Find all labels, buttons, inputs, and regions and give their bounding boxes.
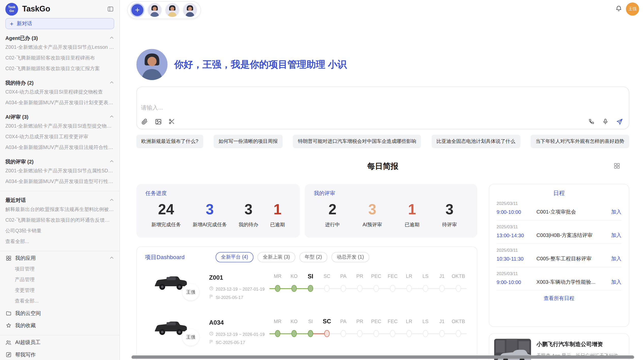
- send-icon[interactable]: [616, 118, 623, 125]
- notification-bell-icon[interactable]: [615, 5, 622, 13]
- quick-avatar[interactable]: [183, 3, 197, 17]
- mic-icon[interactable]: [602, 118, 609, 125]
- milestone-dot[interactable]: [390, 330, 395, 337]
- view-all-chats-link[interactable]: 查看全部...: [5, 236, 114, 247]
- recent-chat-item[interactable]: 公司Q3轻卡销量: [5, 226, 114, 236]
- milestone-dot[interactable]: [324, 285, 330, 292]
- sidebar-item[interactable]: Z001-全新燃油皮卡产品开发项目SI节点Lesson Learn报告: [5, 42, 114, 53]
- milestone-dot[interactable]: [374, 330, 379, 337]
- sidebar-item[interactable]: A034-全新新能源MUV产品开发项目法规符合性评审: [5, 142, 114, 153]
- project-rows: 王强Z0012023-12-19 ~ 2027-01-19SI-2025-05-…: [145, 268, 469, 360]
- sidebar-item-star[interactable]: 我的收藏: [5, 320, 114, 331]
- event-time: 13:00-14:30: [496, 233, 536, 238]
- milestone-dot[interactable]: [406, 285, 412, 292]
- dashboard-filter-chip[interactable]: 全新上装 (3): [257, 252, 295, 262]
- milestone: PEC: [368, 317, 385, 353]
- milestone-dot[interactable]: [308, 330, 313, 337]
- flag-icon: [209, 294, 214, 300]
- chevron-up-icon[interactable]: [109, 197, 114, 204]
- recent-chat-item[interactable]: 解释最新出台的欧盟报废车法规再生塑料比例被调至15%...: [5, 204, 114, 215]
- suggestion-chip[interactable]: 当下年轻人对汽车外观有怎样的喜好趋势: [531, 135, 629, 148]
- app-sub-item[interactable]: 产品管理: [5, 274, 114, 285]
- suggestion-chip[interactable]: 如何写一份清晰的项目周报: [214, 135, 283, 148]
- event-join-link[interactable]: 加入: [611, 255, 621, 262]
- suggestion-chip[interactable]: 欧洲新规最近颁布了什么?: [136, 135, 203, 148]
- milestone-dot[interactable]: [456, 330, 461, 337]
- chevron-up-icon[interactable]: [109, 113, 114, 121]
- quick-avatar[interactable]: [166, 3, 179, 17]
- chevron-up-icon[interactable]: [109, 35, 114, 42]
- milestone-dot[interactable]: [341, 330, 346, 337]
- milestone-dot[interactable]: [275, 285, 280, 292]
- recent-chat-item[interactable]: C02-飞腾新能源轻客改款项目的闭环通告反馈情况: [5, 215, 114, 226]
- milestone-dot[interactable]: [423, 330, 428, 337]
- milestone-dot[interactable]: [308, 285, 313, 292]
- milestone-dot[interactable]: [291, 330, 297, 337]
- sidebar-tool-item[interactable]: AI超级员工: [5, 337, 114, 348]
- milestone-dot[interactable]: [341, 285, 346, 292]
- add-contact-button[interactable]: +: [131, 4, 143, 16]
- app-sub-item[interactable]: 变更管理: [5, 285, 114, 296]
- milestone-dot[interactable]: [439, 330, 445, 337]
- sidebar-item-folder[interactable]: 我的云空间: [5, 308, 114, 319]
- event-join-link[interactable]: 加入: [611, 232, 621, 239]
- milestone-dot[interactable]: [275, 330, 280, 337]
- event-main: 10:30-11:30C005-整车工程目标评审加入: [496, 255, 621, 262]
- chevron-up-icon[interactable]: [109, 158, 114, 166]
- dashboard-header: 项目Dashboard 全新平台 (4)全新上装 (3)年型 (2)动总开发 (…: [145, 252, 469, 262]
- milestone-dot[interactable]: [423, 285, 428, 292]
- milestone-label: OKTB: [450, 317, 467, 326]
- quick-avatar[interactable]: [148, 3, 161, 17]
- event-join-link[interactable]: 加入: [611, 279, 621, 286]
- sidebar-item[interactable]: C02-飞腾新能源轻客改款项目立项汇报方案: [5, 63, 114, 74]
- milestone-label: LR: [401, 271, 417, 281]
- stat-value: 3: [362, 201, 382, 218]
- scissors-icon[interactable]: [168, 118, 175, 125]
- sidebar-item[interactable]: Z001-全新燃油轻卡产品开发项目SI造型提交物评审: [5, 121, 114, 131]
- milestone-dot[interactable]: [390, 285, 395, 292]
- milestone-label: PR: [352, 271, 368, 281]
- suggestion-chip[interactable]: 特朗普可能对进口汽车增税会对中国车企造成哪些影响: [293, 135, 421, 148]
- milestone-dot[interactable]: [439, 285, 445, 292]
- sidebar-item[interactable]: A034-全新新能源MUV产品开发项目造型可行性评审: [5, 176, 114, 187]
- sidebar-item[interactable]: C0X4-动力总成开发项目工程变更评审: [5, 131, 114, 142]
- sidebar-tool-item[interactable]: 帮我写作: [5, 349, 114, 360]
- sidebar-item[interactable]: C0X4-动力总成开发项目SI里程碑提交物检查: [5, 87, 114, 97]
- sidebar-item-my-apps[interactable]: 我的应用: [5, 253, 114, 264]
- chevron-up-icon[interactable]: [109, 254, 114, 262]
- stat-card-title: 我的评审: [314, 190, 468, 197]
- sidebar-item[interactable]: C02-飞腾新能源轻客改款项目里程碑画布: [5, 53, 114, 63]
- dashboard-filter-chip[interactable]: 全新平台 (4): [216, 252, 254, 262]
- milestone-dot[interactable]: [374, 285, 379, 292]
- milestone-dot-row: [352, 326, 368, 342]
- milestone-dot[interactable]: [456, 285, 461, 292]
- sidebar-toggle-icon[interactable]: [107, 5, 114, 13]
- divider: [0, 251, 120, 251]
- milestone: SC: [319, 271, 335, 307]
- sidebar-item[interactable]: Z001-全新燃油轻卡产品开发项目SI节点属性5D文件评审: [5, 166, 114, 176]
- view-all-schedule-link[interactable]: 查看所有日程: [496, 291, 621, 307]
- milestone-dot[interactable]: [324, 330, 330, 337]
- milestone-dot[interactable]: [357, 285, 362, 292]
- milestone: KO: [286, 271, 302, 307]
- dashboard-filter-chip[interactable]: 动总开发 (1): [331, 252, 369, 262]
- chevron-up-icon[interactable]: [109, 79, 114, 87]
- sidebar-header: Task Go TaskGo: [5, 0, 114, 18]
- horizontal-scrollbar[interactable]: [131, 355, 634, 359]
- milestone-dot[interactable]: [406, 330, 412, 337]
- user-avatar[interactable]: 王强: [626, 3, 639, 16]
- suggestion-chip[interactable]: 比亚迪全固态电池计划具体说了什么: [432, 135, 520, 148]
- phone-icon[interactable]: [588, 118, 595, 125]
- app-sub-item[interactable]: 查看全部...: [5, 296, 114, 306]
- event-join-link[interactable]: 加入: [611, 208, 621, 215]
- chat-input-box[interactable]: 请输入...: [136, 87, 629, 129]
- sidebar-item[interactable]: A034-全新新能源MUV产品开发项目计划变更表编写: [5, 97, 114, 108]
- milestone-dot[interactable]: [357, 330, 362, 337]
- dashboard-filter-chip[interactable]: 年型 (2): [299, 252, 327, 262]
- paperclip-icon[interactable]: [141, 118, 148, 125]
- new-chat-button[interactable]: + 新对话: [5, 18, 114, 29]
- milestone-dot[interactable]: [291, 285, 297, 292]
- image-icon[interactable]: [154, 118, 162, 125]
- app-sub-item[interactable]: 项目管理: [5, 264, 114, 274]
- briefing-layout-icon[interactable]: [614, 162, 620, 171]
